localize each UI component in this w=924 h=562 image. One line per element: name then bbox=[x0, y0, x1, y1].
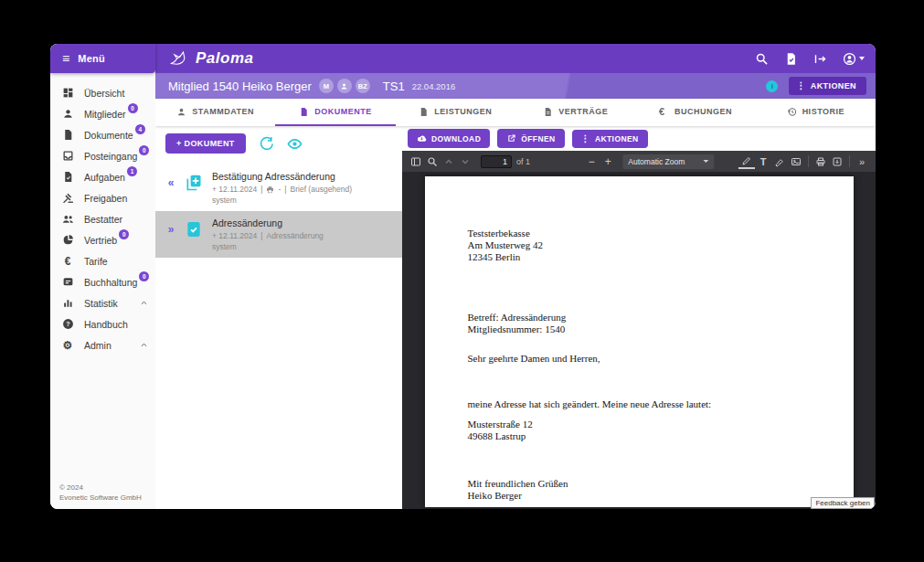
sidebar-item-label: Tarife bbox=[84, 256, 108, 267]
zoom-controls: − + Automatic Zoom bbox=[584, 154, 714, 169]
sidebar-item-aufgaben[interactable]: Aufgaben 1 bbox=[50, 166, 155, 187]
document-date: + 12.11.2024 bbox=[212, 185, 257, 194]
sidebar-item-bestatter[interactable]: Bestatter bbox=[50, 208, 155, 229]
sidebar-item-label: Dokumente bbox=[84, 130, 133, 141]
tab-stammdaten[interactable]: STAMMDATEN bbox=[155, 99, 275, 126]
euro-icon: € bbox=[659, 107, 669, 117]
member-header: Mitglied 1540 Heiko Berger M BZ TS1 22.0… bbox=[155, 73, 876, 99]
printer-icon bbox=[266, 186, 274, 194]
tab-label: VERTRÄGE bbox=[558, 107, 608, 116]
sidebar-item-admin[interactable]: ⚙ Admin bbox=[50, 334, 155, 355]
page-number-input[interactable] bbox=[481, 155, 512, 168]
highlight-tool-icon[interactable] bbox=[738, 154, 755, 169]
sidebar-item-label: Handbuch bbox=[84, 319, 128, 330]
actions-button-label: AKTIONEN bbox=[811, 81, 856, 90]
tab-label: DOKUMENTE bbox=[314, 107, 372, 116]
pie-chart-icon bbox=[61, 234, 74, 247]
zoom-select[interactable]: Automatic Zoom bbox=[622, 154, 714, 169]
open-button[interactable]: ÖFFNEN bbox=[497, 129, 564, 148]
sidebar-item-mitglieder[interactable]: Mitglieder 0 bbox=[50, 103, 155, 124]
menu-button[interactable]: ≡ Menü bbox=[50, 44, 155, 73]
download-button[interactable]: DOWNLOAD bbox=[408, 129, 490, 148]
document-item-text: Adressänderung + 12.11.2024 | Adressände… bbox=[212, 217, 324, 251]
chevron-right-double-icon[interactable]: » bbox=[161, 217, 181, 236]
zoom-out-icon[interactable]: − bbox=[584, 155, 599, 168]
top-app-bar: Paloma bbox=[155, 44, 876, 73]
letter-line: meine Adresse hat sich geändert. Meine n… bbox=[468, 398, 854, 410]
tab-vertraege[interactable]: VERTRÄGE bbox=[515, 99, 635, 126]
badge: 0 bbox=[139, 271, 149, 281]
sidebar-item-vertrieb[interactable]: Vertrieb 0 bbox=[50, 229, 155, 250]
chip-m[interactable]: M bbox=[319, 79, 334, 93]
letter-subject: Betreff: Adressänderung Mitgliedsnummer:… bbox=[468, 312, 854, 335]
draw-tool-icon[interactable] bbox=[771, 154, 788, 169]
pdf-viewport[interactable]: Teststerbekasse Am Musterweg 42 12345 Be… bbox=[402, 172, 876, 509]
badge: 0 bbox=[139, 145, 149, 155]
chip-person[interactable] bbox=[337, 79, 352, 93]
divider bbox=[849, 155, 850, 167]
search-icon[interactable] bbox=[755, 52, 769, 66]
page-down-icon[interactable] bbox=[457, 154, 473, 169]
document-item-selected[interactable]: » Adressänderung + 12.11.2024 | Adressän… bbox=[155, 211, 402, 258]
sidebar-item-statistik[interactable]: Statistik bbox=[50, 292, 155, 313]
app-window: ≡ Menü Übersicht Mitglieder 0 Dokumente … bbox=[50, 44, 876, 509]
page-up-icon[interactable] bbox=[441, 154, 457, 169]
chevron-down-icon bbox=[859, 57, 865, 60]
letter-line: Teststerbekasse bbox=[468, 228, 854, 239]
feedback-button[interactable]: Feedback geben bbox=[811, 497, 875, 509]
sidebar-item-label: Admin bbox=[84, 340, 112, 351]
tab-label: BUCHUNGEN bbox=[674, 107, 732, 116]
sidebar-item-buchhaltung[interactable]: Buchhaltung 0 bbox=[50, 271, 155, 292]
document-meta-mid: - bbox=[278, 185, 281, 194]
person-icon bbox=[61, 108, 74, 121]
person-icon bbox=[340, 82, 348, 90]
bar-chart-icon bbox=[61, 297, 74, 310]
sidebar-toggle-icon[interactable] bbox=[408, 154, 424, 169]
save-icon[interactable] bbox=[829, 154, 845, 169]
letter-line: 49688 Lastrup bbox=[468, 430, 854, 442]
sidebar-item-tarife[interactable]: € Tarife bbox=[50, 250, 155, 271]
tab-leistungen[interactable]: LEISTUNGEN bbox=[396, 99, 515, 126]
badge: 4 bbox=[135, 124, 145, 134]
logout-icon[interactable] bbox=[813, 52, 827, 66]
refresh-icon[interactable] bbox=[259, 136, 274, 152]
hamburger-icon: ≡ bbox=[62, 52, 69, 65]
sidebar-item-freigaben[interactable]: Freigaben bbox=[50, 187, 155, 208]
document-type: Brief (ausgehend) bbox=[291, 185, 353, 194]
tab-dokumente[interactable]: DOKUMENTE bbox=[275, 99, 395, 126]
document-check-icon[interactable] bbox=[784, 52, 798, 66]
tab-buchungen[interactable]: € BUCHUNGEN bbox=[635, 99, 755, 126]
main-area: Paloma Mitglied 1540 Heiko Berger M BZ T… bbox=[155, 44, 876, 509]
zoom-in-icon[interactable]: + bbox=[600, 155, 615, 168]
chevron-left-double-icon[interactable]: « bbox=[161, 171, 181, 189]
sidebar-item-dokumente[interactable]: Dokumente 4 bbox=[50, 124, 155, 145]
separator: | bbox=[260, 231, 262, 240]
more-tools-icon[interactable]: » bbox=[854, 154, 870, 169]
document-item[interactable]: « Bestätigung Adressänderung + 12.11.202… bbox=[155, 164, 402, 211]
sidebar-item-handbuch[interactable]: ? Handbuch bbox=[50, 313, 155, 334]
tab-label: HISTORIE bbox=[802, 107, 844, 116]
chip-bz[interactable]: BZ bbox=[356, 79, 370, 93]
user-menu[interactable] bbox=[843, 52, 865, 66]
pdf-search-icon[interactable] bbox=[424, 154, 441, 169]
tab-label: STAMMDATEN bbox=[192, 107, 254, 116]
document-list: « Bestätigung Adressänderung + 12.11.202… bbox=[155, 164, 402, 258]
copyright-line2: Evonetic Software GmbH bbox=[59, 493, 142, 504]
sidebar-item-label: Bestatter bbox=[84, 214, 122, 225]
actions-button[interactable]: ⋮ AKTIONEN bbox=[789, 77, 866, 95]
text-tool-icon[interactable]: T bbox=[755, 154, 771, 169]
sidebar-item-posteingang[interactable]: Posteingang 0 bbox=[50, 145, 155, 166]
image-tool-icon[interactable] bbox=[788, 154, 804, 169]
tab-historie[interactable]: HISTORIE bbox=[756, 99, 876, 126]
sidebar-item-uebersicht[interactable]: Übersicht bbox=[50, 82, 155, 103]
document-icon bbox=[299, 107, 309, 117]
document-title: Bestätigung Adressänderung bbox=[212, 171, 352, 182]
pdf-action-buttons: DOWNLOAD ÖFFNEN ⋮ AKTIONEN bbox=[402, 126, 876, 151]
euro-icon: € bbox=[61, 255, 74, 268]
add-document-button[interactable]: + DOKUMENT bbox=[165, 133, 246, 154]
pdf-actions-button[interactable]: ⋮ AKTIONEN bbox=[572, 130, 648, 148]
eye-icon[interactable] bbox=[287, 136, 303, 152]
info-icon[interactable]: i bbox=[766, 80, 778, 92]
print-icon[interactable] bbox=[812, 154, 829, 169]
member-date: 22.04.2016 bbox=[412, 81, 456, 91]
